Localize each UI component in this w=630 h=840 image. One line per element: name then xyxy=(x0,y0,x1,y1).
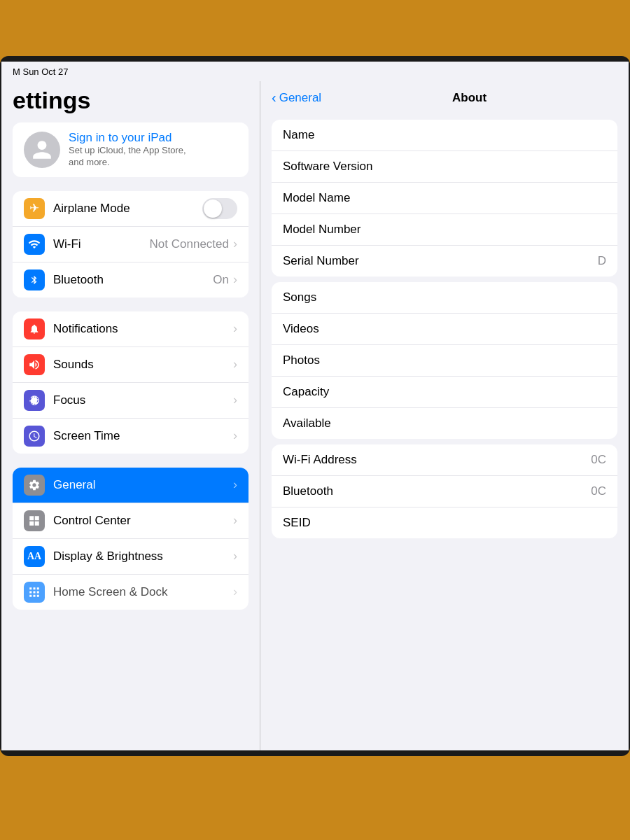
back-chevron-icon: ‹ xyxy=(272,90,276,106)
about-row-software-version[interactable]: Software Version xyxy=(272,151,617,183)
wifi-icon xyxy=(24,234,45,255)
serial-number-value: D xyxy=(598,254,606,268)
status-date: Sun Oct 27 xyxy=(22,66,68,77)
home-screen-label: Home Screen & Dock xyxy=(53,585,233,599)
serial-number-label: Serial Number xyxy=(283,254,359,268)
about-title: About xyxy=(452,91,486,104)
signin-subtitle: Set up iCloud, the App Store,and more. xyxy=(69,145,186,169)
model-number-label: Model Number xyxy=(283,223,361,237)
control-center-chevron-icon: › xyxy=(233,513,237,528)
notifications-chevron-icon: › xyxy=(233,321,237,336)
general-chevron-icon: › xyxy=(233,477,237,492)
about-row-videos[interactable]: Videos xyxy=(272,314,617,345)
about-row-photos[interactable]: Photos xyxy=(272,345,617,377)
sounds-icon xyxy=(24,354,45,375)
status-bar: M Sun Oct 27 xyxy=(1,62,629,81)
seid-label: SEID xyxy=(283,516,311,530)
notifications-icon xyxy=(24,318,45,340)
wifi-address-label: Wi-Fi Address xyxy=(283,453,357,467)
focus-label: Focus xyxy=(53,393,233,407)
airplane-mode-label: Airplane Mode xyxy=(53,202,202,216)
display-brightness-label: Display & Brightness xyxy=(53,550,233,564)
sidebar-item-home-screen[interactable]: Home Screen & Dock › xyxy=(13,575,248,610)
screen: M Sun Oct 27 ettings Sign in to your iPa… xyxy=(1,62,629,750)
sidebar-item-bluetooth[interactable]: Bluetooth On › xyxy=(13,262,248,298)
general-label: General xyxy=(53,478,233,492)
sidebar-item-notifications[interactable]: Notifications › xyxy=(13,312,248,347)
signin-text: Sign in to your iPad Set up iCloud, the … xyxy=(69,131,186,169)
signin-title: Sign in to your iPad xyxy=(69,131,186,145)
sidebar-item-screen-time[interactable]: Screen Time › xyxy=(13,419,248,454)
sidebar-item-wifi[interactable]: Wi-Fi Not Connected › xyxy=(13,227,248,262)
airplane-mode-icon: ✈ xyxy=(24,198,45,219)
sounds-chevron-icon: › xyxy=(233,357,237,372)
connectivity-group: ✈ Airplane Mode Wi-Fi Not Connected xyxy=(13,191,248,298)
home-screen-chevron-icon: › xyxy=(233,584,237,599)
bluetooth-value: On xyxy=(213,273,229,287)
about-section-device: Name Software Version Model Name Model N… xyxy=(272,120,617,276)
available-label: Available xyxy=(283,416,331,430)
screen-time-chevron-icon: › xyxy=(233,428,237,443)
sounds-label: Sounds xyxy=(53,358,233,372)
focus-chevron-icon: › xyxy=(233,393,237,407)
bluetooth-addr-label: Bluetooth xyxy=(283,484,333,498)
wifi-value: Not Connected xyxy=(150,237,229,251)
control-center-icon xyxy=(24,510,45,531)
screen-time-icon xyxy=(24,426,45,447)
about-row-available[interactable]: Available xyxy=(272,408,617,439)
about-header: ‹ General About xyxy=(260,81,629,114)
sidebar-item-airplane-mode[interactable]: ✈ Airplane Mode xyxy=(13,191,248,227)
about-panel[interactable]: ‹ General About Name Software Version xyxy=(260,81,629,750)
name-label: Name xyxy=(283,128,314,142)
focus-icon xyxy=(24,390,45,411)
notifications-label: Notifications xyxy=(53,322,233,336)
person-icon xyxy=(31,139,53,161)
about-row-wifi-address[interactable]: Wi-Fi Address 0C xyxy=(272,444,617,476)
signin-section[interactable]: Sign in to your iPad Set up iCloud, the … xyxy=(13,122,248,177)
control-center-label: Control Center xyxy=(53,514,233,528)
sidebar-item-general[interactable]: General › xyxy=(13,468,248,503)
about-row-seid[interactable]: SEID xyxy=(272,507,617,538)
sidebar-item-focus[interactable]: Focus › xyxy=(13,383,248,419)
model-name-label: Model Name xyxy=(283,191,350,205)
software-version-label: Software Version xyxy=(283,160,373,174)
photos-label: Photos xyxy=(283,354,320,368)
about-row-bluetooth-addr[interactable]: Bluetooth 0C xyxy=(272,476,617,507)
about-row-model-number[interactable]: Model Number xyxy=(272,214,617,246)
capacity-label: Capacity xyxy=(283,385,329,399)
general-icon xyxy=(24,475,45,496)
about-section-network: Wi-Fi Address 0C Bluetooth 0C SEID xyxy=(272,444,617,538)
display-brightness-chevron-icon: › xyxy=(233,549,237,564)
sidebar-item-display-brightness[interactable]: AA Display & Brightness › xyxy=(13,539,248,575)
screen-time-label: Screen Time xyxy=(53,429,233,443)
bluetooth-addr-value: 0C xyxy=(591,484,606,498)
status-time: M xyxy=(13,66,20,77)
toggle-knob xyxy=(204,200,222,218)
videos-label: Videos xyxy=(283,322,319,336)
sidebar-item-control-center[interactable]: Control Center › xyxy=(13,503,248,539)
display-brightness-icon: AA xyxy=(24,546,45,567)
wifi-address-value: 0C xyxy=(591,453,606,467)
songs-label: Songs xyxy=(283,290,316,304)
sidebar[interactable]: ettings Sign in to your iPad Set up iClo… xyxy=(1,81,260,750)
about-row-serial-number[interactable]: Serial Number D xyxy=(272,246,617,276)
general-group: General › Control Center › AA Dis xyxy=(13,468,248,610)
home-screen-icon xyxy=(24,582,45,603)
content-area: ettings Sign in to your iPad Set up iClo… xyxy=(1,81,629,750)
bluetooth-chevron-icon: › xyxy=(233,272,237,287)
about-row-capacity[interactable]: Capacity xyxy=(272,377,617,408)
about-row-name[interactable]: Name xyxy=(272,120,617,151)
wifi-label: Wi-Fi xyxy=(53,237,150,251)
airplane-mode-toggle[interactable] xyxy=(202,198,237,219)
wifi-chevron-icon: › xyxy=(233,237,237,251)
bluetooth-icon xyxy=(24,270,45,290)
sidebar-item-sounds[interactable]: Sounds › xyxy=(13,347,248,383)
settings-title: ettings xyxy=(1,81,260,122)
back-button[interactable]: ‹ General xyxy=(272,90,321,106)
about-section-media: Songs Videos Photos Capacity Available xyxy=(272,282,617,439)
back-label: General xyxy=(279,91,321,105)
about-row-songs[interactable]: Songs xyxy=(272,282,617,314)
about-row-model-name[interactable]: Model Name xyxy=(272,183,617,214)
avatar xyxy=(24,132,60,168)
bluetooth-label: Bluetooth xyxy=(53,273,213,287)
